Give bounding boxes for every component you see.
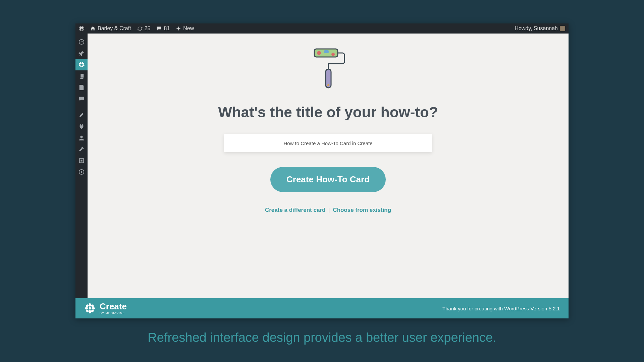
side-pages[interactable] [75, 82, 88, 93]
svg-point-14 [89, 310, 91, 313]
side-users[interactable] [75, 132, 88, 143]
wp-content-area: What's the title of your how-to? Create … [88, 34, 569, 298]
appearance-icon [78, 112, 85, 118]
wp-logo-menu[interactable] [79, 26, 84, 31]
avatar [560, 26, 565, 31]
updates-icon [137, 26, 143, 31]
create-howto-button[interactable]: Create How-To Card [270, 167, 386, 192]
svg-point-2 [80, 136, 83, 138]
site-name-menu[interactable]: Barley & Craft [90, 25, 131, 32]
svg-point-9 [331, 53, 335, 56]
svg-point-15 [85, 307, 88, 310]
wp-admin-window: Barley & Craft 25 81 New Howdy, Susannah [75, 23, 569, 318]
side-posts[interactable] [75, 48, 88, 59]
howdy-text: Howdy, Susannah [515, 25, 558, 32]
settings-icon [78, 158, 85, 164]
side-settings[interactable] [75, 155, 88, 166]
svg-point-8 [324, 50, 329, 53]
svg-point-18 [91, 304, 94, 308]
new-label: New [183, 25, 194, 32]
svg-point-20 [91, 309, 94, 313]
wp-side-menu [75, 34, 88, 298]
comments-icon [78, 96, 85, 102]
create-different-card-link[interactable]: Create a different card [265, 207, 325, 213]
alt-links: Create a different card | Choose from ex… [265, 207, 391, 214]
wp-admin-bar: Barley & Craft 25 81 New Howdy, Susannah [75, 23, 569, 34]
page-title: What's the title of your how-to? [218, 104, 438, 121]
updates-count: 25 [145, 25, 151, 32]
footer-brand-sub: BY MEDIAVINE [100, 311, 127, 315]
side-dashboard[interactable] [75, 36, 88, 48]
choose-from-existing-link[interactable]: Choose from existing [333, 207, 391, 213]
paint-roller-icon [310, 47, 346, 94]
separator: | [328, 207, 330, 213]
side-plugins[interactable] [75, 121, 88, 132]
comments-count: 81 [164, 25, 170, 32]
svg-point-7 [317, 51, 321, 55]
site-name-text: Barley & Craft [98, 25, 131, 32]
side-appearance[interactable] [75, 109, 88, 121]
plus-icon [176, 26, 181, 31]
howto-title-input[interactable] [224, 134, 432, 152]
svg-point-17 [86, 304, 89, 308]
home-icon [90, 26, 96, 31]
tools-icon [78, 146, 85, 152]
wordpress-icon [79, 26, 84, 31]
footer-version: Version 5.2.1 [529, 306, 560, 311]
side-comments[interactable] [75, 93, 88, 105]
media-icon [78, 73, 85, 79]
svg-rect-4 [80, 160, 82, 161]
new-content-menu[interactable]: New [176, 25, 194, 32]
dashboard-icon [78, 39, 85, 45]
side-media[interactable] [75, 70, 88, 82]
svg-point-11 [327, 84, 329, 86]
svg-point-16 [92, 307, 95, 310]
user-account-menu[interactable]: Howdy, Susannah [515, 25, 565, 32]
comments-menu[interactable]: 81 [156, 25, 170, 32]
footer-credits: Thank you for creating with WordPress Ve… [442, 306, 560, 311]
plugins-icon [78, 123, 85, 129]
updates-menu[interactable]: 25 [137, 25, 151, 32]
wp-body: What's the title of your how-to? Create … [75, 34, 569, 298]
side-create[interactable] [75, 59, 88, 70]
svg-point-13 [89, 303, 91, 307]
footer-bar: Create BY MEDIAVINE Thank you for creati… [75, 298, 569, 318]
wordpress-link[interactable]: WordPress [504, 306, 529, 311]
collapse-icon [78, 169, 85, 175]
side-tools[interactable] [75, 143, 88, 155]
footer-thanks-prefix: Thank you for creating with [442, 306, 504, 311]
pages-icon [78, 84, 85, 90]
svg-point-5 [79, 170, 84, 174]
footer-brand-name: Create [100, 302, 127, 311]
slide-caption: Refreshed interface design provides a be… [148, 330, 496, 345]
gear-icon [78, 62, 85, 68]
svg-point-19 [86, 309, 89, 313]
comment-icon [156, 26, 162, 31]
users-icon [78, 135, 85, 141]
svg-point-12 [89, 307, 91, 310]
create-logo-icon [84, 303, 96, 314]
pin-icon [78, 50, 85, 56]
footer-brand: Create BY MEDIAVINE [84, 302, 127, 315]
side-collapse[interactable] [75, 166, 88, 178]
